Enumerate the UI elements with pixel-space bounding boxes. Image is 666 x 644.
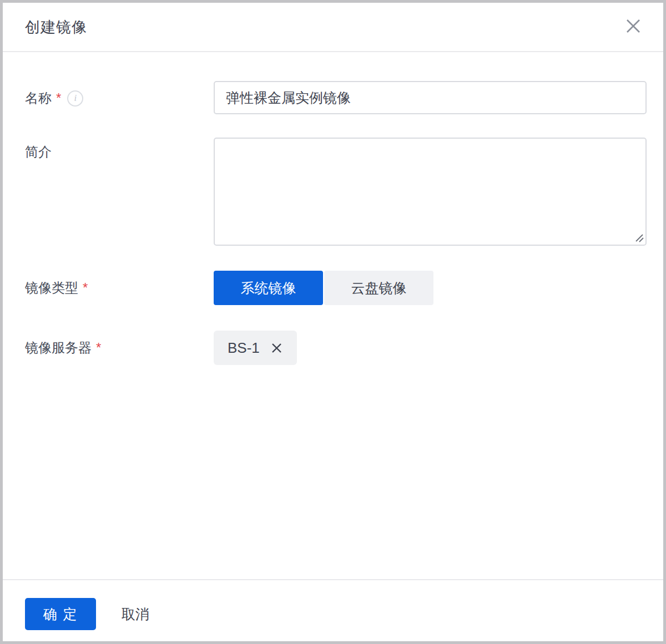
dialog-footer: 确 定 取消 xyxy=(3,579,663,641)
name-control xyxy=(214,81,647,114)
tag-remove-icon xyxy=(270,342,283,354)
dialog-body: 名称 * i 简介 xyxy=(3,52,663,579)
confirm-button[interactable]: 确 定 xyxy=(25,598,96,630)
close-icon xyxy=(624,17,643,37)
toggle-system-image[interactable]: 系统镜像 xyxy=(214,271,323,305)
tag-label: BS-1 xyxy=(228,339,260,357)
image-type-control: 系统镜像 云盘镜像 xyxy=(214,271,647,305)
close-button[interactable] xyxy=(622,16,644,38)
required-asterisk: * xyxy=(96,340,101,356)
image-type-label: 镜像类型 * xyxy=(25,271,214,297)
description-label: 简介 xyxy=(25,138,214,161)
description-label-text: 简介 xyxy=(25,143,52,161)
description-control xyxy=(214,138,647,246)
toggle-volume-image[interactable]: 云盘镜像 xyxy=(324,271,433,305)
image-server-label: 镜像服务器 * xyxy=(25,331,214,357)
form-row-name: 名称 * i xyxy=(25,81,647,114)
cancel-button[interactable]: 取消 xyxy=(122,605,149,623)
info-icon[interactable]: i xyxy=(67,90,83,107)
name-label: 名称 * i xyxy=(25,81,214,107)
image-server-label-text: 镜像服务器 xyxy=(25,339,92,357)
image-server-tag: BS-1 xyxy=(214,331,297,365)
form-row-image-type: 镜像类型 * 系统镜像 云盘镜像 xyxy=(25,271,647,305)
required-asterisk: * xyxy=(56,90,61,106)
dialog-header: 创建镜像 xyxy=(3,3,663,52)
required-asterisk: * xyxy=(83,280,88,296)
image-type-label-text: 镜像类型 xyxy=(25,279,78,297)
form-row-description: 简介 xyxy=(25,138,647,246)
dialog-title: 创建镜像 xyxy=(25,17,87,37)
description-textarea[interactable] xyxy=(214,138,647,246)
image-type-toggle-group: 系统镜像 云盘镜像 xyxy=(214,271,647,305)
tag-remove-button[interactable] xyxy=(270,342,283,354)
name-input[interactable] xyxy=(214,81,647,114)
name-label-text: 名称 xyxy=(25,89,52,107)
form-row-image-server: 镜像服务器 * BS-1 xyxy=(25,331,647,365)
create-image-dialog: 创建镜像 名称 * i 简介 xyxy=(0,0,666,644)
image-server-control: BS-1 xyxy=(214,331,647,365)
